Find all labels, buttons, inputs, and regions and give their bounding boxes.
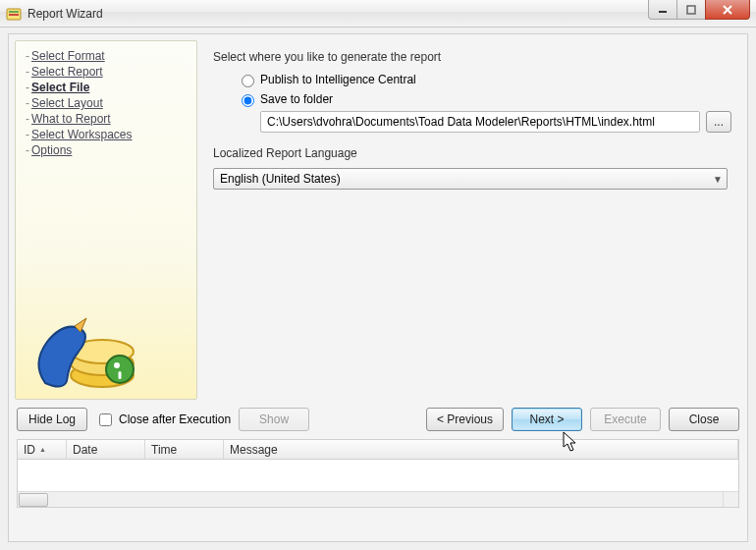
next-button[interactable]: Next > bbox=[512, 408, 582, 431]
log-col-date[interactable]: Date bbox=[67, 440, 145, 459]
wizard-steps-sidebar: -Select Format -Select Report -Select Fi… bbox=[15, 40, 197, 400]
svg-rect-4 bbox=[687, 6, 695, 14]
scroll-corner bbox=[723, 491, 738, 507]
wizard-illustration bbox=[26, 306, 143, 395]
svg-rect-1 bbox=[9, 11, 19, 13]
horizontal-scrollbar[interactable] bbox=[18, 491, 723, 507]
close-after-checkbox-row[interactable]: Close after Execution bbox=[95, 411, 231, 429]
close-after-checkbox[interactable] bbox=[99, 413, 112, 426]
scroll-thumb[interactable] bbox=[19, 493, 48, 507]
close-window-button[interactable] bbox=[705, 0, 750, 20]
step-select-report[interactable]: -Select Report bbox=[26, 65, 196, 79]
close-button[interactable]: Close bbox=[669, 408, 739, 431]
execute-button: Execute bbox=[590, 408, 661, 431]
hide-log-button[interactable]: Hide Log bbox=[17, 408, 87, 431]
maximize-button[interactable] bbox=[676, 0, 706, 20]
previous-button[interactable]: < Previous bbox=[426, 408, 504, 431]
chevron-down-icon: ▼ bbox=[713, 174, 723, 185]
button-bar: Hide Log Close after Execution Show < Pr… bbox=[9, 406, 747, 439]
log-panel: ID Date Time Message bbox=[17, 439, 739, 508]
save-path-input[interactable] bbox=[260, 111, 700, 133]
ellipsis-icon: ... bbox=[714, 115, 724, 129]
window-title: Report Wizard bbox=[27, 7, 103, 21]
log-header: ID Date Time Message bbox=[18, 440, 738, 460]
language-value: English (United States) bbox=[220, 172, 341, 186]
language-select[interactable]: English (United States) ▼ bbox=[213, 168, 728, 190]
publish-radio-label: Publish to Intelligence Central bbox=[260, 73, 416, 86]
prompt-label: Select where you like to generate the re… bbox=[213, 50, 731, 64]
save-radio[interactable] bbox=[242, 94, 254, 107]
log-col-message[interactable]: Message bbox=[224, 440, 738, 459]
step-select-file[interactable]: -Select File bbox=[26, 81, 196, 94]
log-col-time[interactable]: Time bbox=[145, 440, 224, 459]
svg-point-9 bbox=[114, 362, 120, 368]
svg-rect-10 bbox=[119, 371, 122, 379]
radio-publish-row[interactable]: Publish to Intelligence Central bbox=[237, 72, 731, 87]
step-what-to-report[interactable]: -What to Report bbox=[26, 112, 196, 126]
publish-radio[interactable] bbox=[242, 75, 254, 87]
radio-save-row[interactable]: Save to folder bbox=[237, 91, 731, 107]
show-button: Show bbox=[239, 408, 309, 431]
step-select-workspaces[interactable]: -Select Workspaces bbox=[26, 128, 196, 141]
language-label: Localized Report Language bbox=[213, 146, 731, 160]
app-icon bbox=[6, 6, 22, 22]
title-bar: Report Wizard bbox=[0, 0, 756, 28]
save-radio-label: Save to folder bbox=[260, 92, 333, 106]
minimize-button[interactable] bbox=[648, 0, 677, 20]
browse-button[interactable]: ... bbox=[706, 111, 731, 133]
log-col-id[interactable]: ID bbox=[18, 440, 67, 459]
content-panel: Select where you like to generate the re… bbox=[203, 40, 741, 400]
client-area: -Select Format -Select Report -Select Fi… bbox=[8, 33, 748, 542]
close-after-label: Close after Execution bbox=[119, 412, 231, 426]
step-select-layout[interactable]: -Select Layout bbox=[26, 96, 196, 110]
step-select-format[interactable]: -Select Format bbox=[26, 49, 196, 63]
step-options[interactable]: -Options bbox=[26, 143, 196, 157]
svg-rect-2 bbox=[9, 14, 19, 16]
